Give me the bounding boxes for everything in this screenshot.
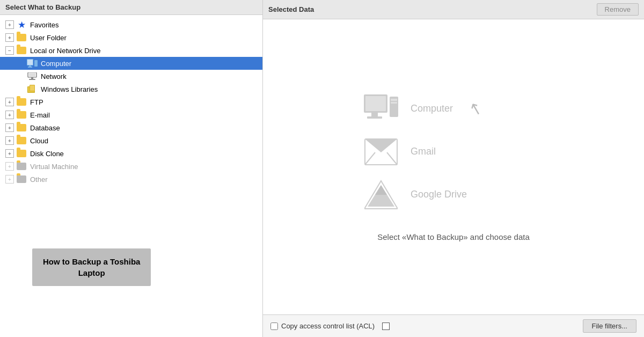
folder-disk-clone-icon [16,149,27,158]
svg-line-23 [387,152,397,165]
svg-rect-1 [27,60,33,65]
tooltip-overlay: How to Backup a ToshibaLaptop [32,248,151,286]
bottom-bar: Copy access control list (ACL) File filt… [263,314,644,337]
folder-database-icon [16,123,27,133]
tree-container: + ★ Favorites + User Folder − [0,15,262,337]
selected-gdrive-icon-container [362,179,400,211]
tree-item-email[interactable]: + E-mail [0,108,262,121]
user-folder-label: User Folder [30,34,67,42]
folder-ftp-icon [16,97,27,107]
svg-rect-14 [365,96,386,111]
expand-cloud-icon[interactable]: + [5,136,14,145]
tree-item-network[interactable]: Network [0,70,262,83]
tree-item-local-network[interactable]: − Local or Network Drive [0,44,262,57]
svg-rect-3 [28,67,32,68]
expand-favorites-icon[interactable]: + [5,20,14,29]
favorites-label: Favorites [30,21,58,29]
computer-label: Computer [41,60,71,68]
tree-item-database[interactable]: + Database [0,121,262,134]
svg-rect-7 [31,77,33,79]
svg-rect-4 [34,60,38,67]
svg-marker-21 [365,139,397,152]
expand-other-icon[interactable]: + [5,175,14,184]
other-label: Other [30,175,48,184]
selected-computer-svg-icon [363,93,399,124]
windows-libraries-label: Windows Libraries [41,85,98,93]
file-filters-button[interactable]: File filters... [583,319,636,333]
svg-rect-12 [30,85,34,91]
expand-user-folder-icon[interactable]: + [5,33,14,42]
selected-computer-label: Computer [411,103,453,114]
tree-item-cloud[interactable]: + Cloud [0,134,262,147]
selected-gdrive-label: Google Drive [411,189,467,200]
folder-local-icon [16,46,27,55]
virtual-machine-label: Virtual Machine [30,163,78,171]
left-panel: Select What to Backup + ★ Favorites + Us… [0,0,263,337]
tooltip-text: How to Backup a ToshibaLaptop [43,257,140,277]
selected-item-computer: Computer ↖ [362,93,545,125]
hint-text: Select «What to Backup» and choose data [377,232,530,241]
expand-database-icon[interactable]: + [5,123,14,132]
acl-label-text: Copy access control list (ACL) [281,322,375,330]
network-icon [27,71,38,81]
selected-data-area: Computer ↖ Gmail [263,19,644,314]
right-panel-header: Selected Data Remove [263,0,644,19]
svg-rect-8 [29,79,35,80]
tree-item-windows-libraries[interactable]: Windows Libraries [0,83,262,96]
tree-item-other[interactable]: + Other [0,173,262,186]
folder-other-icon [16,174,27,184]
svg-rect-19 [391,102,397,104]
tree-item-computer[interactable]: Computer [0,57,262,70]
cursor-arrow-icon: ↖ [467,98,485,119]
selected-gmail-label: Gmail [411,146,436,157]
folder-virtual-machine-icon [16,162,27,171]
ftp-label: FTP [30,98,43,106]
selected-computer-icon-container [362,93,400,125]
expand-local-network-icon[interactable]: − [5,46,14,55]
right-panel: Selected Data Remove [263,0,644,337]
tree-item-ftp[interactable]: + FTP [0,96,262,108]
disk-clone-label: Disk Clone [30,150,64,158]
folder-email-icon [16,110,27,120]
tree-item-virtual-machine[interactable]: + Virtual Machine [0,160,262,173]
right-panel-title: Selected Data [268,5,314,13]
acl-checkbox-label[interactable]: Copy access control list (ACL) [270,322,375,330]
network-label: Network [41,72,67,80]
star-icon: ★ [16,20,27,30]
remove-button[interactable]: Remove [597,3,639,16]
svg-rect-6 [29,73,35,76]
extra-checkbox [382,323,390,330]
cloud-label: Cloud [30,137,48,145]
tree-item-disk-clone[interactable]: + Disk Clone [0,147,262,160]
selected-gmail-icon-container [362,136,400,168]
left-panel-header: Select What to Backup [0,0,262,15]
folder-cloud-icon [16,136,27,145]
gmail-svg-icon [364,138,398,165]
svg-rect-18 [391,99,397,101]
folder-user-icon [16,33,27,42]
database-label: Database [30,124,60,132]
googledrive-svg-icon [364,180,398,210]
email-label: E-mail [30,111,50,119]
computer-icon [27,58,38,68]
tree-item-favorites[interactable]: + ★ Favorites [0,18,262,31]
expand-email-icon[interactable]: + [5,111,14,119]
svg-rect-16 [367,116,382,119]
svg-marker-26 [375,185,387,195]
selected-item-gmail: Gmail [362,136,545,168]
selected-item-googledrive: Google Drive [362,179,545,211]
expand-disk-clone-icon[interactable]: + [5,149,14,158]
svg-line-22 [365,152,375,165]
expand-virtual-machine-icon[interactable]: + [5,162,14,171]
windows-libraries-icon [27,84,38,94]
expand-ftp-icon[interactable]: + [5,98,14,106]
tree-item-user-folder[interactable]: + User Folder [0,31,262,44]
local-network-label: Local or Network Drive [30,47,101,55]
svg-rect-15 [371,113,378,117]
acl-checkbox[interactable] [270,323,278,330]
